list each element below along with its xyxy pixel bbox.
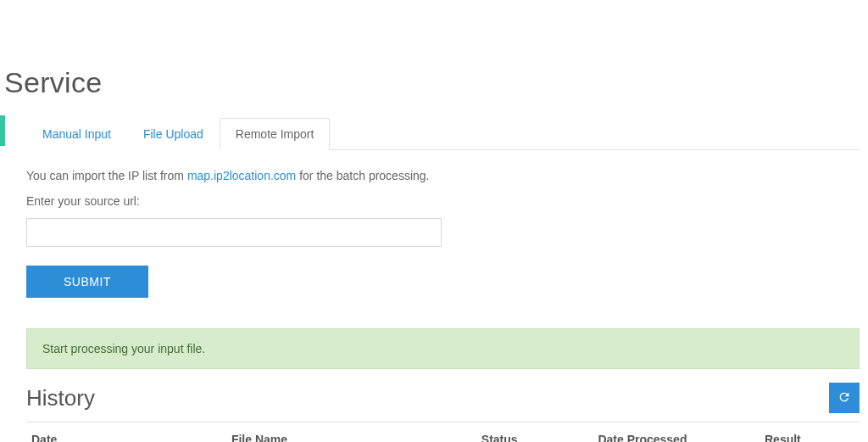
history-title: History — [26, 385, 95, 411]
source-url-input[interactable] — [26, 218, 442, 247]
intro-suffix: for the batch processing. — [296, 169, 429, 182]
refresh-button[interactable] — [829, 383, 860, 413]
source-url-label: Enter your source url: — [26, 194, 860, 208]
submit-button[interactable]: SUBMIT — [26, 266, 148, 298]
alert-success: Start processing your input file. — [26, 328, 860, 369]
tab-manual-input[interactable]: Manual Input — [26, 118, 127, 150]
intro-text: You can import the IP list from map.ip2l… — [26, 169, 860, 182]
intro-link[interactable]: map.ip2location.com — [187, 169, 296, 182]
tab-file-upload[interactable]: File Upload — [127, 118, 220, 150]
history-table: Date File Name Status Date Processed Res… — [26, 422, 860, 442]
col-date: Date — [26, 422, 226, 443]
refresh-icon — [837, 390, 851, 406]
tab-bar: Manual Input File Upload Remote Import — [26, 118, 860, 150]
sidebar-accent — [0, 115, 5, 146]
col-date-processed: Date Processed — [593, 422, 760, 443]
page-title: Service — [4, 66, 868, 99]
col-result: Result — [760, 422, 860, 443]
tab-remote-import[interactable]: Remote Import — [220, 118, 331, 150]
col-file-name: File Name — [226, 422, 476, 443]
col-status: Status — [476, 422, 593, 443]
intro-prefix: You can import the IP list from — [26, 169, 187, 182]
